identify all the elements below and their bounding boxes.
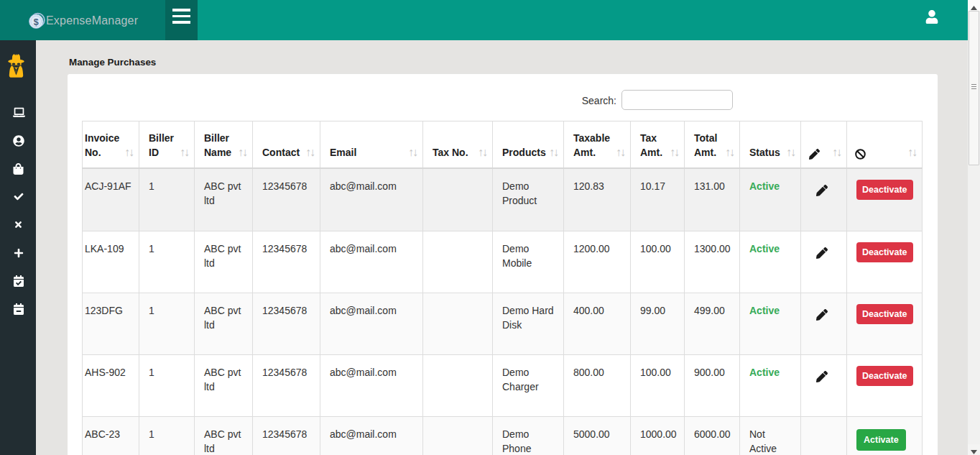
- svg-text:$: $: [34, 17, 39, 27]
